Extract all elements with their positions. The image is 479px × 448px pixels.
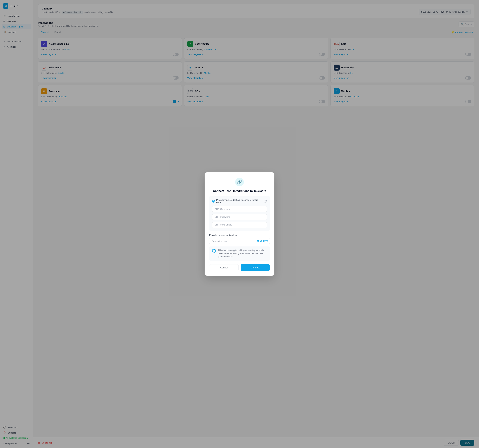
credential-header: Provide your credentials to connect to t… — [212, 199, 267, 204]
ehr-care-unit-input[interactable] — [212, 222, 267, 228]
modal-cancel-button[interactable]: Cancel — [209, 264, 239, 271]
modal-icon: 🔗 — [235, 178, 244, 186]
ehr-password-input[interactable] — [212, 214, 267, 220]
help-icon[interactable]: ? — [264, 200, 267, 203]
generate-button[interactable]: GENERATE — [256, 240, 268, 242]
encryption-info: This data is encrypted with your own key… — [209, 246, 270, 260]
modal-overlay[interactable]: 🔗 Connect Test - Integrations to TakeCar… — [0, 0, 479, 448]
encryption-input-row: GENERATE — [209, 238, 270, 244]
encryption-label: Provide your encryption key. — [209, 234, 270, 236]
encryption-info-text: This data is encrypted with your own key… — [218, 249, 267, 258]
shield-icon — [212, 249, 216, 253]
credential-label: Provide your credentials to connect to t… — [216, 199, 263, 204]
ehr-username-input[interactable] — [212, 206, 267, 212]
modal-actions: Cancel Connect — [209, 264, 270, 271]
credential-section: Provide your credentials to connect to t… — [209, 196, 270, 231]
link-icon: 🔗 — [237, 180, 242, 184]
cred-radio[interactable] — [212, 200, 215, 203]
modal-dialog: 🔗 Connect Test - Integrations to TakeCar… — [205, 172, 274, 275]
modal-title: Connect Test - Integrations to TakeCare — [209, 189, 270, 193]
modal-connect-button[interactable]: Connect — [241, 264, 270, 271]
